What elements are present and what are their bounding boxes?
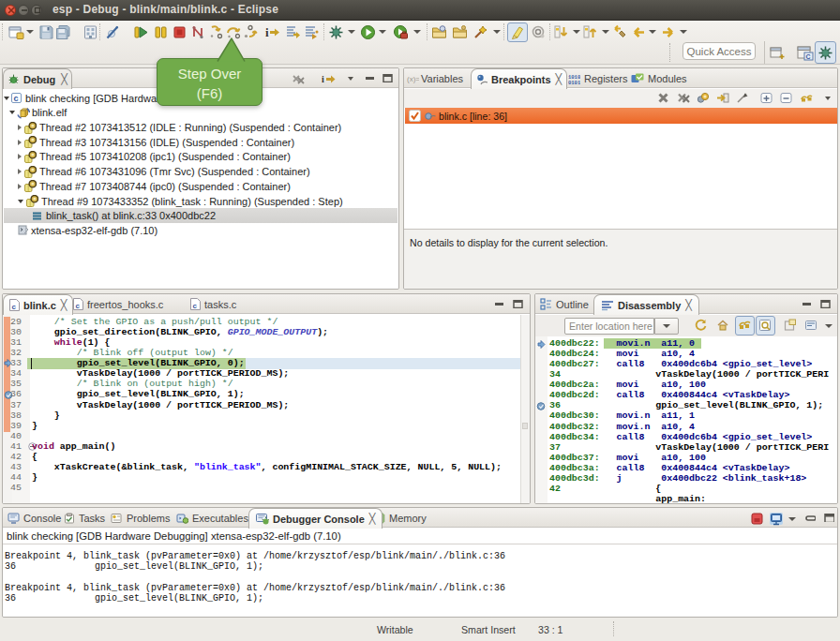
svg-text:i: i [265, 25, 269, 39]
svg-text:(x)=: (x)= [407, 75, 419, 83]
svg-text:0101: 0101 [568, 79, 580, 84]
svg-text:c: c [76, 302, 81, 310]
svg-text:i: i [322, 74, 324, 84]
svg-text:C: C [806, 53, 811, 60]
svg-text:c: c [12, 303, 17, 311]
svg-text:c: c [193, 302, 198, 310]
svg-text:c: c [14, 94, 19, 103]
